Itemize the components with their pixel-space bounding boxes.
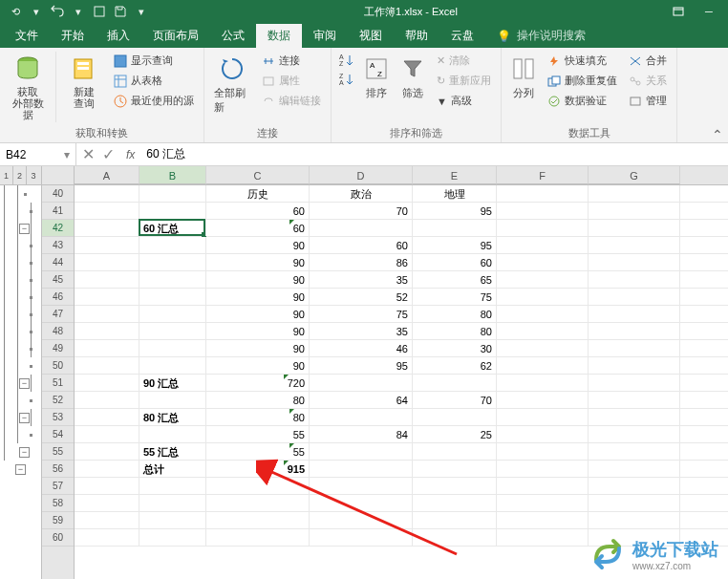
col-header-B[interactable]: B — [139, 166, 206, 184]
undo-icon[interactable] — [50, 4, 65, 19]
cell[interactable] — [497, 340, 589, 356]
sort-asc-button[interactable]: AZ — [337, 52, 356, 69]
cell[interactable] — [139, 323, 206, 339]
show-queries-button[interactable]: 显示查询 — [110, 52, 198, 70]
row-header[interactable]: 59 — [42, 512, 74, 529]
cell[interactable] — [589, 357, 680, 374]
cell[interactable] — [139, 289, 206, 305]
cell[interactable] — [413, 443, 497, 460]
row-header[interactable]: 55 — [42, 443, 74, 461]
outline-level-2[interactable]: 2 — [13, 166, 27, 184]
advanced-filter-button[interactable]: ▼高级 — [433, 92, 495, 110]
row-header[interactable]: 47 — [42, 306, 74, 323]
outline-collapse[interactable]: − — [15, 464, 26, 475]
cell[interactable] — [589, 375, 680, 391]
cell[interactable]: 35 — [310, 271, 413, 288]
cell[interactable] — [75, 271, 139, 288]
text-to-columns-button[interactable]: 分列 — [507, 52, 540, 110]
cell[interactable] — [310, 461, 413, 477]
cell[interactable] — [497, 203, 589, 219]
cell[interactable] — [75, 461, 139, 477]
touch-icon[interactable] — [92, 4, 107, 19]
tab-insert[interactable]: 插入 — [96, 24, 141, 48]
cell[interactable] — [206, 512, 310, 528]
cell[interactable] — [413, 478, 497, 494]
save-disk-icon[interactable] — [113, 4, 128, 19]
cell[interactable] — [497, 357, 589, 374]
sort-button[interactable]: AZ 排序 — [360, 52, 393, 110]
cell[interactable]: 55 汇总 — [139, 443, 206, 460]
tab-file[interactable]: 文件 — [4, 24, 50, 48]
row-header[interactable]: 44 — [42, 254, 74, 271]
col-header-F[interactable]: F — [497, 166, 589, 184]
cell[interactable] — [310, 512, 413, 528]
col-header-D[interactable]: D — [310, 166, 413, 184]
cell[interactable] — [310, 529, 413, 546]
data-validation-button[interactable]: 数据验证 — [544, 92, 621, 110]
cell[interactable] — [75, 254, 139, 270]
cell[interactable]: 80 — [206, 392, 310, 408]
cell[interactable] — [497, 461, 589, 477]
cell[interactable] — [413, 495, 497, 511]
outline-collapse[interactable]: − — [19, 447, 30, 458]
cell[interactable] — [75, 357, 139, 374]
cell[interactable] — [139, 203, 206, 219]
cell[interactable] — [75, 220, 139, 236]
row-header[interactable]: 53 — [42, 409, 74, 426]
cell[interactable] — [75, 478, 139, 494]
cell[interactable] — [139, 392, 206, 408]
row-header[interactable]: 49 — [42, 340, 74, 357]
outline-collapse[interactable]: − — [19, 413, 30, 423]
cell[interactable]: 90 — [206, 271, 310, 288]
qat-customize-icon[interactable]: ▾ — [134, 4, 149, 19]
cell[interactable] — [139, 478, 206, 494]
cell[interactable] — [139, 340, 206, 356]
cell[interactable]: 55 — [206, 443, 310, 460]
cell[interactable] — [497, 443, 589, 460]
cell[interactable] — [589, 443, 680, 460]
cell[interactable]: 60 汇总 — [139, 220, 206, 236]
cell[interactable]: 60 — [310, 237, 413, 253]
cell[interactable] — [139, 185, 206, 202]
cell[interactable] — [497, 495, 589, 511]
cell[interactable] — [413, 220, 497, 236]
from-table-button[interactable]: 从表格 — [110, 72, 198, 90]
cell[interactable] — [75, 306, 139, 322]
cell[interactable]: 60 — [206, 203, 310, 219]
reapply-button[interactable]: ↻重新应用 — [433, 72, 495, 90]
cell[interactable] — [310, 495, 413, 511]
cell[interactable]: 90 — [206, 289, 310, 305]
cell[interactable] — [206, 478, 310, 494]
cell[interactable] — [589, 306, 680, 322]
cell[interactable] — [497, 254, 589, 270]
cell[interactable] — [310, 220, 413, 236]
get-external-data-button[interactable]: 获取 外部数据 — [6, 52, 50, 122]
cell[interactable]: 80 — [413, 323, 497, 339]
cell[interactable]: 30 — [413, 340, 497, 356]
autosave-icon[interactable]: ⟲ — [8, 4, 23, 19]
cell[interactable] — [75, 340, 139, 356]
cell[interactable] — [497, 306, 589, 322]
cells-area[interactable]: 历史政治地理60709560 汇总60906095908660903565905… — [75, 185, 728, 579]
cell[interactable] — [139, 237, 206, 253]
cell[interactable] — [497, 512, 589, 528]
cell[interactable]: 历史 — [206, 185, 310, 202]
cell[interactable] — [589, 495, 680, 511]
tab-cloud[interactable]: 云盘 — [439, 24, 485, 48]
row-header[interactable]: 56 — [42, 461, 74, 478]
refresh-all-button[interactable]: 全部刷新 — [210, 52, 254, 117]
col-header-E[interactable]: E — [413, 166, 497, 184]
connections-button[interactable]: 连接 — [258, 52, 325, 70]
enter-formula-icon[interactable]: ✓ — [102, 145, 115, 163]
cell[interactable]: 46 — [310, 340, 413, 356]
relationships-button[interactable]: 关系 — [625, 72, 671, 90]
cell[interactable] — [206, 495, 310, 511]
cell[interactable]: 25 — [413, 426, 497, 442]
cell[interactable] — [310, 443, 413, 460]
cell[interactable]: 60 — [413, 254, 497, 270]
row-header[interactable]: 45 — [42, 271, 74, 289]
row-header[interactable]: 58 — [42, 495, 74, 512]
col-header-C[interactable]: C — [206, 166, 310, 184]
cell[interactable] — [139, 254, 206, 270]
cell[interactable] — [589, 426, 680, 442]
